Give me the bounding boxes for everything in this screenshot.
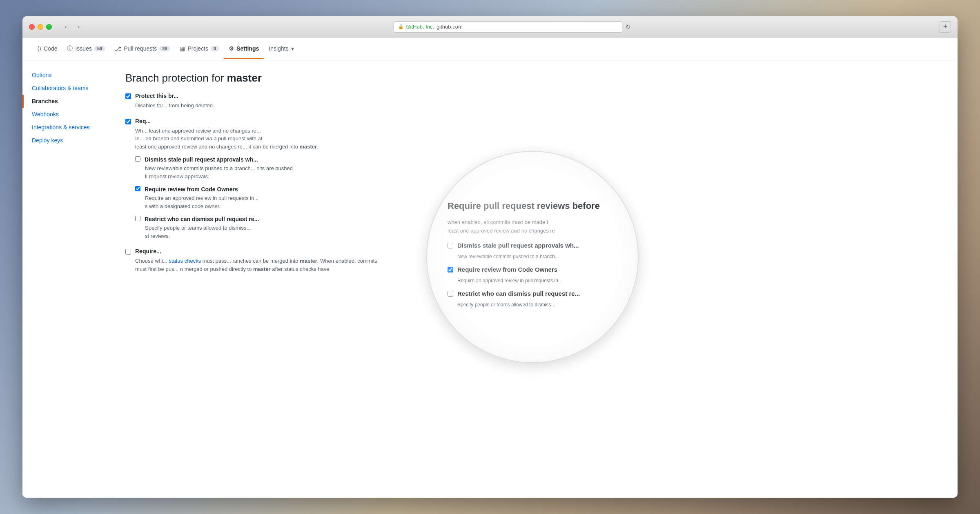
main-content: Branch protection for master Protect thi… — [112, 60, 958, 498]
pull-requests-badge: 26 — [159, 46, 170, 51]
minimize-button[interactable] — [38, 24, 43, 30]
require-pr-desc: Wh... least one approved review and no c… — [135, 127, 944, 151]
url-company: GitHub, Inc. — [406, 24, 434, 30]
tab-issues[interactable]: ⓘ Issues 59 — [62, 38, 110, 60]
restrict-dismiss-desc: Specify people or teams allowed to dismi… — [145, 224, 944, 240]
back-button[interactable]: ‹ — [60, 22, 71, 31]
tab-insights-label: Insights — [269, 45, 288, 52]
github-nav-tabs: ⟨⟩ Code ⓘ Issues 59 ⎇ Pull requests 26 ▦… — [22, 38, 958, 60]
title-bar: ‹ › 🔒 GitHub, Inc. github.com ↻ + — [22, 16, 958, 38]
tab-pull-requests[interactable]: ⎇ Pull requests 26 — [110, 39, 175, 59]
add-tab-button[interactable]: + — [940, 21, 951, 33]
restrict-dismiss-checkbox[interactable] — [135, 216, 140, 221]
dismiss-stale-checkbox[interactable] — [135, 156, 140, 162]
insights-dropdown-icon: ▾ — [291, 45, 294, 52]
tab-projects-label: Projects — [187, 45, 208, 52]
tab-projects[interactable]: ▦ Projects 0 — [175, 39, 224, 59]
require-pr-label[interactable]: Req... — [135, 118, 151, 124]
protect-branch-row: Protect this br... — [125, 93, 944, 99]
sidebar-item-webhooks[interactable]: Webhooks — [22, 108, 112, 121]
issues-badge: 59 — [94, 46, 105, 51]
projects-badge: 0 — [211, 46, 219, 51]
browser-nav-buttons: ‹ › — [60, 22, 85, 31]
maximize-button[interactable] — [46, 24, 52, 30]
address-bar[interactable]: 🔒 GitHub, Inc. github.com — [394, 21, 622, 33]
tab-code[interactable]: ⟨⟩ Code — [32, 39, 62, 59]
sidebar-item-integrations-services[interactable]: Integrations & services — [22, 121, 112, 134]
require-code-owners-checkbox[interactable] — [135, 186, 140, 191]
require-code-owners-label[interactable]: Require review from Code Owners — [145, 186, 238, 193]
require-status-desc: Choose whi... status checks must pass...… — [135, 257, 944, 273]
require-status-section: Require... Choose whi... status checks m… — [125, 248, 944, 273]
require-status-row: Require... — [125, 248, 944, 255]
require-code-owners-row: Require review from Code Owners — [135, 186, 944, 193]
sidebar: Options Collaborators & teams Branches W… — [22, 60, 112, 498]
dismiss-stale-row: Dismiss stale pull request approvals wh.… — [135, 156, 944, 163]
main-layout: Options Collaborators & teams Branches W… — [22, 60, 958, 498]
require-pr-section: Req... Wh... least one approved review a… — [125, 118, 944, 240]
require-pr-checkbox[interactable] — [125, 119, 131, 124]
require-status-label[interactable]: Require... — [135, 248, 161, 255]
issues-icon: ⓘ — [67, 45, 73, 52]
restrict-dismiss-label[interactable]: Restrict who can dismiss pull request re… — [145, 216, 259, 222]
sidebar-item-branches[interactable]: Branches — [22, 95, 112, 108]
status-checks-link[interactable]: status checks — [169, 258, 201, 264]
tab-issues-label: Issues — [75, 45, 91, 52]
pull-requests-icon: ⎇ — [115, 45, 121, 52]
reload-button[interactable]: ↻ — [626, 23, 631, 31]
dismiss-stale-desc: New reviewable commits pushed to a branc… — [145, 164, 944, 180]
url-domain: github.com — [437, 24, 463, 30]
address-bar-wrapper: 🔒 GitHub, Inc. github.com ↻ — [89, 21, 935, 33]
protect-branch-label[interactable]: Protect this br... — [135, 93, 178, 99]
protect-branch-section: Protect this br... Disables for... from … — [125, 93, 944, 110]
tab-pull-requests-label: Pull requests — [124, 45, 157, 52]
tab-settings-label: Settings — [236, 45, 259, 52]
code-icon: ⟨⟩ — [37, 45, 41, 52]
traffic-lights — [29, 24, 52, 30]
tab-insights[interactable]: Insights ▾ — [264, 39, 298, 59]
protect-branch-checkbox[interactable] — [125, 93, 131, 99]
require-pr-row: Req... — [125, 118, 944, 124]
protect-branch-desc: Disables for... from being deleted. — [135, 102, 944, 110]
dismiss-stale-label[interactable]: Dismiss stale pull request approvals wh.… — [145, 156, 258, 163]
close-button[interactable] — [29, 24, 35, 30]
sidebar-item-collaborators-teams[interactable]: Collaborators & teams — [22, 82, 112, 95]
lock-icon: 🔒 — [398, 24, 404, 29]
tab-settings[interactable]: ⚙ Settings — [224, 39, 264, 59]
pr-sub-section: Dismiss stale pull request approvals wh.… — [135, 156, 944, 240]
settings-icon: ⚙ — [229, 45, 234, 52]
projects-icon: ▦ — [180, 45, 185, 52]
browser-window: ‹ › 🔒 GitHub, Inc. github.com ↻ + ⟨⟩ Cod… — [22, 16, 958, 498]
tab-code-label: Code — [44, 45, 57, 52]
require-status-checkbox[interactable] — [125, 249, 131, 255]
content-area: ⟨⟩ Code ⓘ Issues 59 ⎇ Pull requests 26 ▦… — [22, 38, 958, 498]
restrict-dismiss-row: Restrict who can dismiss pull request re… — [135, 216, 944, 222]
sidebar-item-deploy-keys[interactable]: Deploy keys — [22, 134, 112, 147]
forward-button[interactable]: › — [73, 22, 85, 31]
require-code-owners-desc: Require an approved review in pull reque… — [145, 194, 944, 210]
page-title: Branch protection for master — [125, 72, 944, 84]
sidebar-item-options[interactable]: Options — [22, 69, 112, 82]
